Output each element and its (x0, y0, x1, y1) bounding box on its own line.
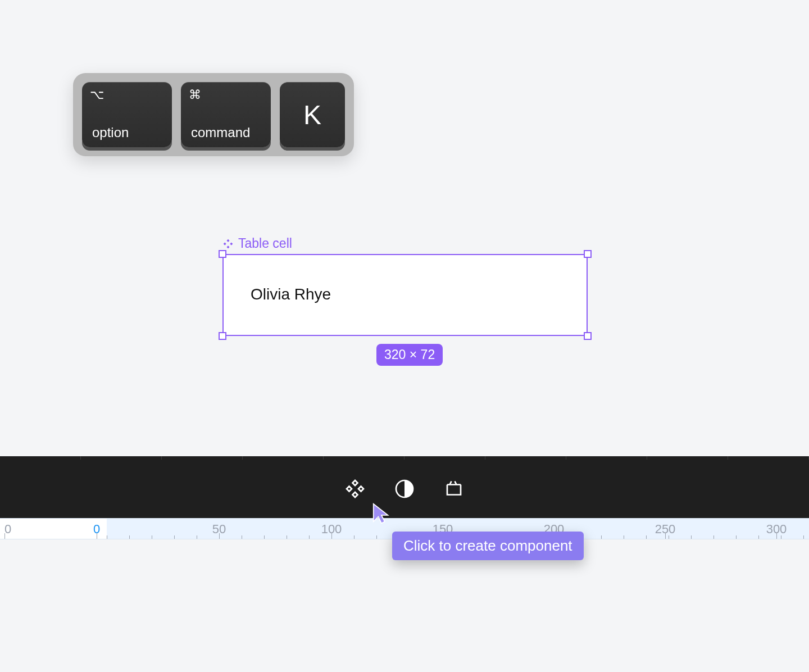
resize-handle-sw[interactable] (219, 332, 226, 340)
selection-label-text: Table cell (238, 236, 292, 251)
resize-handle-nw[interactable] (219, 250, 226, 258)
ruler-tick (776, 533, 777, 539)
dark-toolbar (0, 456, 809, 518)
component-icon (222, 238, 234, 249)
ruler-origin-area (0, 519, 107, 539)
key-option: ⌥ option (82, 82, 172, 147)
key-option-label: option (92, 125, 162, 140)
create-component-tooltip: Click to create component (392, 532, 584, 560)
toolbar-grid (0, 456, 809, 460)
selection-label: Table cell (222, 236, 292, 251)
ruler-tick (665, 533, 666, 539)
key-option-symbol: ⌥ (90, 88, 104, 102)
resize-handle-se[interactable] (584, 332, 592, 340)
dimensions-badge: 320 × 72 (376, 344, 443, 366)
cell-content: Olivia Rhye (251, 285, 331, 303)
key-letter-label: K (303, 99, 321, 130)
contrast-icon[interactable] (394, 479, 415, 499)
key-letter: K (280, 82, 345, 147)
ruler-tick (4, 533, 5, 539)
ruler-tick (97, 533, 97, 539)
code-icon[interactable] (444, 479, 464, 499)
key-command: ⌘ command (181, 82, 271, 147)
key-command-label: command (191, 125, 261, 140)
create-component-icon[interactable] (345, 479, 365, 499)
cursor-icon (371, 502, 392, 525)
key-command-symbol: ⌘ (189, 88, 201, 102)
resize-handle-ne[interactable] (584, 250, 592, 258)
shortcut-keys: ⌥ option ⌘ command K (73, 73, 354, 156)
ruler-number: 0 (4, 522, 11, 537)
